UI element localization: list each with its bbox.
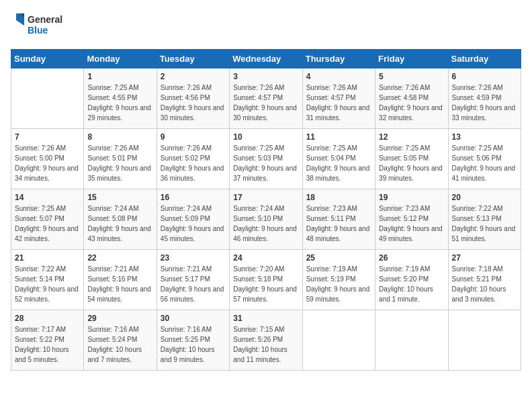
calendar-cell: 12Sunrise: 7:25 AMSunset: 5:05 PMDayligh…: [375, 129, 448, 189]
day-info: Sunrise: 7:23 AMSunset: 5:12 PMDaylight:…: [379, 203, 444, 244]
logo-svg: General Blue: [11, 11, 71, 41]
calendar-cell: 1Sunrise: 7:25 AMSunset: 4:55 PMDaylight…: [84, 68, 157, 129]
day-number: 7: [15, 132, 80, 142]
day-info: Sunrise: 7:23 AMSunset: 5:11 PMDaylight:…: [306, 203, 371, 244]
day-info: Sunrise: 7:26 AMSunset: 4:57 PMDaylight:…: [233, 83, 298, 123]
calendar-cell: 14Sunrise: 7:25 AMSunset: 5:07 PMDayligh…: [11, 189, 84, 250]
calendar-cell: [302, 310, 375, 371]
calendar-cell: 15Sunrise: 7:24 AMSunset: 5:08 PMDayligh…: [84, 189, 157, 250]
calendar-table: SundayMondayTuesdayWednesdayThursdayFrid…: [11, 49, 521, 371]
calendar-cell: 28Sunrise: 7:17 AMSunset: 5:22 PMDayligh…: [11, 310, 84, 371]
svg-text:General: General: [28, 14, 62, 25]
day-number: 9: [161, 132, 226, 142]
calendar-week-row: 1Sunrise: 7:25 AMSunset: 4:55 PMDaylight…: [11, 68, 521, 129]
day-number: 25: [306, 253, 371, 263]
day-number: 14: [15, 193, 80, 202]
day-number: 20: [452, 193, 517, 202]
day-number: 27: [452, 253, 517, 263]
day-info: Sunrise: 7:24 AMSunset: 5:09 PMDaylight:…: [161, 203, 226, 244]
day-info: Sunrise: 7:16 AMSunset: 5:25 PMDaylight:…: [161, 324, 226, 365]
day-number: 1: [87, 72, 152, 81]
day-info: Sunrise: 7:25 AMSunset: 5:06 PMDaylight:…: [452, 143, 517, 183]
day-number: 11: [306, 132, 371, 142]
day-info: Sunrise: 7:26 AMSunset: 4:59 PMDaylight:…: [452, 83, 517, 123]
day-info: Sunrise: 7:25 AMSunset: 5:04 PMDaylight:…: [306, 143, 371, 183]
day-info: Sunrise: 7:20 AMSunset: 5:18 PMDaylight:…: [233, 264, 298, 304]
day-info: Sunrise: 7:21 AMSunset: 5:17 PMDaylight:…: [161, 264, 226, 304]
day-info: Sunrise: 7:25 AMSunset: 5:03 PMDaylight:…: [233, 143, 298, 183]
svg-text:Blue: Blue: [28, 25, 48, 36]
calendar-cell: 25Sunrise: 7:19 AMSunset: 5:19 PMDayligh…: [302, 250, 375, 310]
calendar-cell: 5Sunrise: 7:26 AMSunset: 4:58 PMDaylight…: [375, 68, 448, 129]
day-number: 21: [15, 253, 80, 263]
day-number: 24: [233, 253, 298, 263]
day-info: Sunrise: 7:22 AMSunset: 5:13 PMDaylight:…: [452, 203, 517, 244]
calendar-cell: 8Sunrise: 7:26 AMSunset: 5:01 PMDaylight…: [84, 129, 157, 189]
day-info: Sunrise: 7:25 AMSunset: 5:05 PMDaylight:…: [379, 143, 444, 183]
calendar-cell: 3Sunrise: 7:26 AMSunset: 4:57 PMDaylight…: [230, 68, 302, 129]
calendar-cell: 19Sunrise: 7:23 AMSunset: 5:12 PMDayligh…: [375, 189, 448, 250]
calendar-cell: 16Sunrise: 7:24 AMSunset: 5:09 PMDayligh…: [157, 189, 229, 250]
day-info: Sunrise: 7:15 AMSunset: 5:26 PMDaylight:…: [233, 324, 298, 365]
day-info: Sunrise: 7:24 AMSunset: 5:08 PMDaylight:…: [87, 203, 152, 244]
calendar-cell: 26Sunrise: 7:19 AMSunset: 5:20 PMDayligh…: [375, 250, 448, 310]
day-number: 17: [233, 193, 298, 202]
day-number: 30: [161, 314, 226, 323]
day-number: 18: [306, 193, 371, 202]
weekday-header-monday: Monday: [84, 50, 157, 68]
day-number: 2: [161, 72, 226, 81]
calendar-cell: 18Sunrise: 7:23 AMSunset: 5:11 PMDayligh…: [302, 189, 375, 250]
calendar-cell: 10Sunrise: 7:25 AMSunset: 5:03 PMDayligh…: [230, 129, 302, 189]
day-info: Sunrise: 7:25 AMSunset: 4:55 PMDaylight:…: [87, 83, 152, 123]
day-info: Sunrise: 7:22 AMSunset: 5:14 PMDaylight:…: [15, 264, 80, 304]
calendar-cell: 29Sunrise: 7:16 AMSunset: 5:24 PMDayligh…: [84, 310, 157, 371]
calendar-cell: 20Sunrise: 7:22 AMSunset: 5:13 PMDayligh…: [448, 189, 521, 250]
day-info: Sunrise: 7:19 AMSunset: 5:20 PMDaylight:…: [379, 264, 444, 304]
day-info: Sunrise: 7:18 AMSunset: 5:21 PMDaylight:…: [452, 264, 517, 304]
day-info: Sunrise: 7:24 AMSunset: 5:10 PMDaylight:…: [233, 203, 298, 244]
day-number: 10: [233, 132, 298, 142]
day-number: 13: [452, 132, 517, 142]
day-number: 12: [379, 132, 444, 142]
calendar-cell: 21Sunrise: 7:22 AMSunset: 5:14 PMDayligh…: [11, 250, 84, 310]
calendar-week-row: 28Sunrise: 7:17 AMSunset: 5:22 PMDayligh…: [11, 310, 521, 371]
weekday-header-saturday: Saturday: [448, 50, 521, 68]
day-number: 22: [87, 253, 152, 263]
day-info: Sunrise: 7:17 AMSunset: 5:22 PMDaylight:…: [15, 324, 80, 365]
calendar-cell: 17Sunrise: 7:24 AMSunset: 5:10 PMDayligh…: [230, 189, 302, 250]
day-number: 28: [15, 314, 80, 323]
day-number: 31: [233, 314, 298, 323]
day-number: 16: [161, 193, 226, 202]
day-number: 3: [233, 72, 298, 81]
calendar-cell: 6Sunrise: 7:26 AMSunset: 4:59 PMDaylight…: [448, 68, 521, 129]
calendar-cell: 11Sunrise: 7:25 AMSunset: 5:04 PMDayligh…: [302, 129, 375, 189]
day-number: 4: [306, 72, 371, 81]
calendar-cell: 22Sunrise: 7:21 AMSunset: 5:16 PMDayligh…: [84, 250, 157, 310]
day-number: 5: [379, 72, 444, 81]
calendar-cell: 7Sunrise: 7:26 AMSunset: 5:00 PMDaylight…: [11, 129, 84, 189]
day-number: 15: [87, 193, 152, 202]
calendar-week-row: 14Sunrise: 7:25 AMSunset: 5:07 PMDayligh…: [11, 189, 521, 250]
calendar-cell: [375, 310, 448, 371]
calendar-cell: 31Sunrise: 7:15 AMSunset: 5:26 PMDayligh…: [230, 310, 302, 371]
calendar-cell: 23Sunrise: 7:21 AMSunset: 5:17 PMDayligh…: [157, 250, 229, 310]
day-info: Sunrise: 7:21 AMSunset: 5:16 PMDaylight:…: [87, 264, 152, 304]
calendar-cell: 27Sunrise: 7:18 AMSunset: 5:21 PMDayligh…: [448, 250, 521, 310]
logo: General Blue: [11, 11, 71, 41]
weekday-header-friday: Friday: [375, 50, 448, 68]
day-info: Sunrise: 7:26 AMSunset: 5:01 PMDaylight:…: [87, 143, 152, 183]
day-info: Sunrise: 7:19 AMSunset: 5:19 PMDaylight:…: [306, 264, 371, 304]
calendar-week-row: 21Sunrise: 7:22 AMSunset: 5:14 PMDayligh…: [11, 250, 521, 310]
weekday-header-wednesday: Wednesday: [230, 50, 302, 68]
calendar-cell: 4Sunrise: 7:26 AMSunset: 4:57 PMDaylight…: [302, 68, 375, 129]
weekday-header-thursday: Thursday: [302, 50, 375, 68]
day-info: Sunrise: 7:26 AMSunset: 4:57 PMDaylight:…: [306, 83, 371, 123]
day-number: 23: [161, 253, 226, 263]
calendar-cell: 13Sunrise: 7:25 AMSunset: 5:06 PMDayligh…: [448, 129, 521, 189]
day-number: 8: [87, 132, 152, 142]
day-number: 29: [87, 314, 152, 323]
day-info: Sunrise: 7:26 AMSunset: 4:56 PMDaylight:…: [161, 83, 226, 123]
weekday-header-row: SundayMondayTuesdayWednesdayThursdayFrid…: [11, 50, 521, 68]
day-number: 6: [452, 72, 517, 81]
weekday-header-sunday: Sunday: [11, 50, 84, 68]
